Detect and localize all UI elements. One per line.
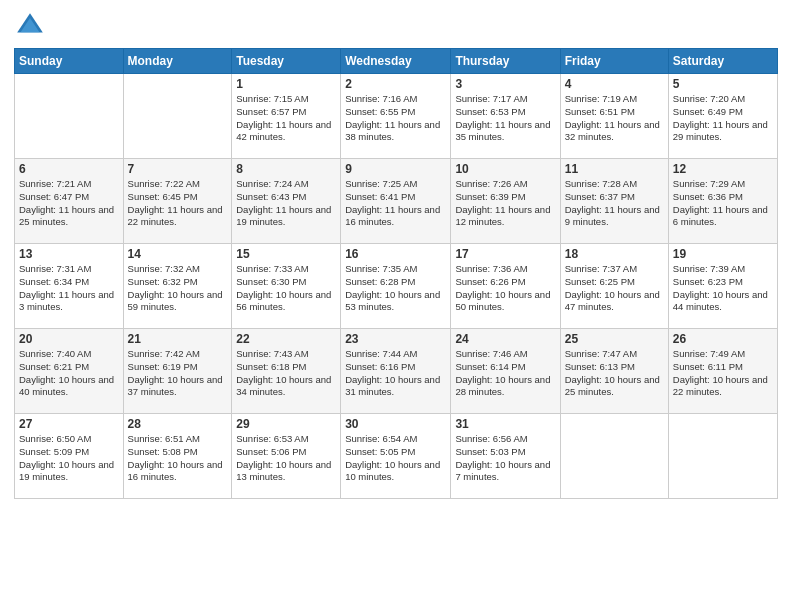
weekday-header: Saturday bbox=[668, 49, 777, 74]
sunset-text: Sunset: 5:09 PM bbox=[19, 446, 119, 459]
sunset-text: Sunset: 6:34 PM bbox=[19, 276, 119, 289]
daylight-text: Daylight: 11 hours and 19 minutes. bbox=[236, 204, 336, 230]
day-number: 17 bbox=[455, 247, 555, 261]
sunrise-text: Sunrise: 7:22 AM bbox=[128, 178, 228, 191]
sunset-text: Sunset: 5:03 PM bbox=[455, 446, 555, 459]
calendar-week-row: 13Sunrise: 7:31 AMSunset: 6:34 PMDayligh… bbox=[15, 244, 778, 329]
day-info: Sunrise: 7:15 AMSunset: 6:57 PMDaylight:… bbox=[236, 93, 336, 144]
day-number: 14 bbox=[128, 247, 228, 261]
sunrise-text: Sunrise: 7:21 AM bbox=[19, 178, 119, 191]
day-info: Sunrise: 7:33 AMSunset: 6:30 PMDaylight:… bbox=[236, 263, 336, 314]
day-number: 7 bbox=[128, 162, 228, 176]
sunset-text: Sunset: 6:37 PM bbox=[565, 191, 664, 204]
calendar-cell: 24Sunrise: 7:46 AMSunset: 6:14 PMDayligh… bbox=[451, 329, 560, 414]
calendar-cell: 10Sunrise: 7:26 AMSunset: 6:39 PMDayligh… bbox=[451, 159, 560, 244]
calendar-cell: 30Sunrise: 6:54 AMSunset: 5:05 PMDayligh… bbox=[341, 414, 451, 499]
day-number: 6 bbox=[19, 162, 119, 176]
calendar-week-row: 6Sunrise: 7:21 AMSunset: 6:47 PMDaylight… bbox=[15, 159, 778, 244]
weekday-header: Thursday bbox=[451, 49, 560, 74]
sunrise-text: Sunrise: 7:42 AM bbox=[128, 348, 228, 361]
calendar-cell: 4Sunrise: 7:19 AMSunset: 6:51 PMDaylight… bbox=[560, 74, 668, 159]
day-number: 10 bbox=[455, 162, 555, 176]
sunset-text: Sunset: 6:18 PM bbox=[236, 361, 336, 374]
sunset-text: Sunset: 6:28 PM bbox=[345, 276, 446, 289]
weekday-header: Friday bbox=[560, 49, 668, 74]
sunset-text: Sunset: 6:39 PM bbox=[455, 191, 555, 204]
daylight-text: Daylight: 11 hours and 32 minutes. bbox=[565, 119, 664, 145]
sunrise-text: Sunrise: 6:53 AM bbox=[236, 433, 336, 446]
sunrise-text: Sunrise: 7:36 AM bbox=[455, 263, 555, 276]
daylight-text: Daylight: 11 hours and 42 minutes. bbox=[236, 119, 336, 145]
weekday-header: Wednesday bbox=[341, 49, 451, 74]
sunrise-text: Sunrise: 6:50 AM bbox=[19, 433, 119, 446]
calendar-cell bbox=[560, 414, 668, 499]
sunset-text: Sunset: 6:19 PM bbox=[128, 361, 228, 374]
daylight-text: Daylight: 10 hours and 50 minutes. bbox=[455, 289, 555, 315]
daylight-text: Daylight: 11 hours and 6 minutes. bbox=[673, 204, 773, 230]
sunset-text: Sunset: 6:30 PM bbox=[236, 276, 336, 289]
day-number: 2 bbox=[345, 77, 446, 91]
day-number: 30 bbox=[345, 417, 446, 431]
sunset-text: Sunset: 6:57 PM bbox=[236, 106, 336, 119]
sunset-text: Sunset: 6:36 PM bbox=[673, 191, 773, 204]
day-number: 4 bbox=[565, 77, 664, 91]
daylight-text: Daylight: 11 hours and 3 minutes. bbox=[19, 289, 119, 315]
sunrise-text: Sunrise: 7:19 AM bbox=[565, 93, 664, 106]
daylight-text: Daylight: 10 hours and 28 minutes. bbox=[455, 374, 555, 400]
calendar-week-row: 20Sunrise: 7:40 AMSunset: 6:21 PMDayligh… bbox=[15, 329, 778, 414]
sunrise-text: Sunrise: 7:31 AM bbox=[19, 263, 119, 276]
sunrise-text: Sunrise: 7:29 AM bbox=[673, 178, 773, 191]
day-number: 29 bbox=[236, 417, 336, 431]
sunset-text: Sunset: 6:41 PM bbox=[345, 191, 446, 204]
calendar-cell: 25Sunrise: 7:47 AMSunset: 6:13 PMDayligh… bbox=[560, 329, 668, 414]
sunset-text: Sunset: 6:47 PM bbox=[19, 191, 119, 204]
daylight-text: Daylight: 11 hours and 16 minutes. bbox=[345, 204, 446, 230]
day-info: Sunrise: 7:42 AMSunset: 6:19 PMDaylight:… bbox=[128, 348, 228, 399]
calendar-cell: 7Sunrise: 7:22 AMSunset: 6:45 PMDaylight… bbox=[123, 159, 232, 244]
sunset-text: Sunset: 6:14 PM bbox=[455, 361, 555, 374]
sunset-text: Sunset: 5:05 PM bbox=[345, 446, 446, 459]
calendar-cell: 11Sunrise: 7:28 AMSunset: 6:37 PMDayligh… bbox=[560, 159, 668, 244]
day-info: Sunrise: 7:35 AMSunset: 6:28 PMDaylight:… bbox=[345, 263, 446, 314]
day-info: Sunrise: 7:25 AMSunset: 6:41 PMDaylight:… bbox=[345, 178, 446, 229]
sunrise-text: Sunrise: 7:26 AM bbox=[455, 178, 555, 191]
day-number: 22 bbox=[236, 332, 336, 346]
sunrise-text: Sunrise: 7:28 AM bbox=[565, 178, 664, 191]
day-info: Sunrise: 7:39 AMSunset: 6:23 PMDaylight:… bbox=[673, 263, 773, 314]
sunset-text: Sunset: 6:32 PM bbox=[128, 276, 228, 289]
daylight-text: Daylight: 10 hours and 10 minutes. bbox=[345, 459, 446, 485]
day-info: Sunrise: 7:46 AMSunset: 6:14 PMDaylight:… bbox=[455, 348, 555, 399]
sunrise-text: Sunrise: 7:40 AM bbox=[19, 348, 119, 361]
sunset-text: Sunset: 6:45 PM bbox=[128, 191, 228, 204]
sunset-text: Sunset: 6:13 PM bbox=[565, 361, 664, 374]
day-number: 26 bbox=[673, 332, 773, 346]
daylight-text: Daylight: 10 hours and 16 minutes. bbox=[128, 459, 228, 485]
sunrise-text: Sunrise: 7:24 AM bbox=[236, 178, 336, 191]
calendar-cell: 2Sunrise: 7:16 AMSunset: 6:55 PMDaylight… bbox=[341, 74, 451, 159]
calendar-cell: 3Sunrise: 7:17 AMSunset: 6:53 PMDaylight… bbox=[451, 74, 560, 159]
daylight-text: Daylight: 11 hours and 12 minutes. bbox=[455, 204, 555, 230]
day-info: Sunrise: 7:21 AMSunset: 6:47 PMDaylight:… bbox=[19, 178, 119, 229]
daylight-text: Daylight: 10 hours and 56 minutes. bbox=[236, 289, 336, 315]
calendar-cell: 16Sunrise: 7:35 AMSunset: 6:28 PMDayligh… bbox=[341, 244, 451, 329]
daylight-text: Daylight: 10 hours and 37 minutes. bbox=[128, 374, 228, 400]
day-info: Sunrise: 7:24 AMSunset: 6:43 PMDaylight:… bbox=[236, 178, 336, 229]
sunrise-text: Sunrise: 7:15 AM bbox=[236, 93, 336, 106]
sunrise-text: Sunrise: 7:25 AM bbox=[345, 178, 446, 191]
calendar-cell: 14Sunrise: 7:32 AMSunset: 6:32 PMDayligh… bbox=[123, 244, 232, 329]
sunset-text: Sunset: 6:26 PM bbox=[455, 276, 555, 289]
day-info: Sunrise: 7:19 AMSunset: 6:51 PMDaylight:… bbox=[565, 93, 664, 144]
daylight-text: Daylight: 10 hours and 47 minutes. bbox=[565, 289, 664, 315]
calendar-cell: 18Sunrise: 7:37 AMSunset: 6:25 PMDayligh… bbox=[560, 244, 668, 329]
calendar-table: SundayMondayTuesdayWednesdayThursdayFrid… bbox=[14, 48, 778, 499]
calendar-cell: 31Sunrise: 6:56 AMSunset: 5:03 PMDayligh… bbox=[451, 414, 560, 499]
day-number: 24 bbox=[455, 332, 555, 346]
day-number: 8 bbox=[236, 162, 336, 176]
daylight-text: Daylight: 10 hours and 31 minutes. bbox=[345, 374, 446, 400]
day-info: Sunrise: 7:28 AMSunset: 6:37 PMDaylight:… bbox=[565, 178, 664, 229]
day-number: 21 bbox=[128, 332, 228, 346]
day-info: Sunrise: 7:20 AMSunset: 6:49 PMDaylight:… bbox=[673, 93, 773, 144]
calendar-cell: 6Sunrise: 7:21 AMSunset: 6:47 PMDaylight… bbox=[15, 159, 124, 244]
day-number: 13 bbox=[19, 247, 119, 261]
sunset-text: Sunset: 6:51 PM bbox=[565, 106, 664, 119]
